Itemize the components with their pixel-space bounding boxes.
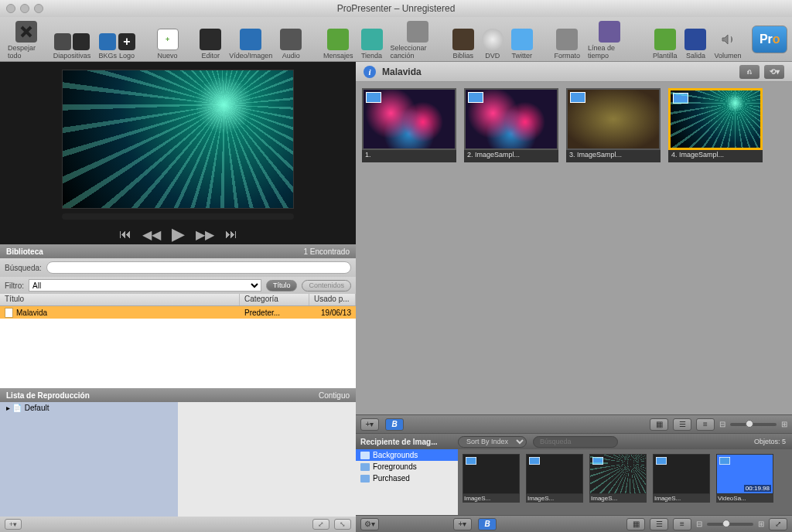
bin-list-view-button[interactable]: ☰	[650, 518, 668, 530]
document-title: Malavida	[382, 66, 422, 77]
filter-contents-button[interactable]: Contenidos	[302, 280, 351, 292]
film-icon	[240, 29, 261, 50]
slides-button[interactable]: Diapositivas	[50, 19, 94, 60]
folder-icon	[360, 475, 370, 483]
slide-thumbnail[interactable]: 2. ImageSampl...	[464, 88, 558, 162]
slide-thumbnail[interactable]: 4. ImageSampl...	[668, 88, 763, 162]
col-category[interactable]: Categoría	[240, 294, 309, 305]
media-badge-icon	[466, 457, 476, 465]
video-image-button[interactable]: Vídeo/Imagen	[226, 19, 275, 60]
library-row[interactable]: Malavida Predeter... 19/06/13	[0, 306, 356, 319]
bin-settings-button[interactable]: ⚙▾	[360, 518, 379, 530]
media-thumbnail[interactable]: ImageS...	[653, 454, 710, 510]
cross-icon	[452, 29, 474, 50]
grid-view-button[interactable]: ▦	[650, 418, 668, 431]
bin-zoom-slider[interactable]	[707, 523, 753, 526]
text-format-icon	[556, 29, 578, 50]
media-thumbnail[interactable]: ImageS...	[463, 454, 520, 510]
slide-thumbnail[interactable]: 3. ImageSampl...	[566, 88, 661, 162]
media-badge-icon	[570, 92, 585, 103]
media-bin-title: Recipiente de Imag...	[356, 438, 458, 446]
list-view-button[interactable]: ☰	[673, 418, 691, 431]
media-category[interactable]: Foregrounds	[356, 461, 458, 472]
pro-logo: Pro	[752, 26, 787, 53]
zoom-window-icon[interactable]	[34, 4, 43, 13]
store-button[interactable]: Tienda	[358, 19, 386, 60]
add-slide-button[interactable]: +▾	[360, 418, 379, 431]
zoom-slider[interactable]	[730, 423, 777, 426]
playlist-tree: ▸ 📄 Default	[0, 402, 178, 517]
library-filter-select[interactable]: All	[29, 279, 261, 292]
close-window-icon[interactable]	[6, 4, 15, 13]
rewind-icon[interactable]: ◀◀	[142, 227, 161, 242]
volume-button[interactable]: Volumen	[711, 19, 744, 60]
contiguous-toggle[interactable]: Contiguo	[319, 391, 350, 400]
bin-outline-view-button[interactable]: ≡	[673, 518, 691, 530]
preview-panel: ⏮ ◀◀ ▶ ▶▶ ⏭	[0, 62, 356, 244]
skip-start-icon[interactable]: ⏮	[119, 227, 131, 241]
window-title: ProPresenter – Unregistered	[0, 3, 792, 14]
sort-select[interactable]: Sort By Index	[458, 436, 527, 448]
media-category[interactable]: Purchased	[356, 472, 458, 484]
slide-thumbnail[interactable]: 1.	[362, 88, 456, 162]
dvd-button[interactable]: DVD	[479, 19, 507, 60]
play-icon[interactable]: ▶	[172, 224, 185, 244]
window-titlebar: ProPresenter – Unregistered	[0, 0, 792, 17]
col-used[interactable]: Usado p...	[309, 294, 356, 305]
media-search-input[interactable]	[533, 436, 618, 448]
document-plus-icon: +	[157, 29, 179, 50]
monitor-icon	[54, 33, 71, 50]
new-button[interactable]: + Nuevo	[154, 19, 182, 60]
bin-grid-view-button[interactable]: ▦	[626, 518, 645, 530]
expand-right-button[interactable]: ⤡	[334, 519, 351, 530]
forward-icon[interactable]: ▶▶	[196, 227, 214, 242]
skip-end-icon[interactable]: ⏭	[225, 227, 237, 241]
info-icon[interactable]: i	[364, 66, 376, 78]
twitter-button[interactable]: Twitter	[508, 19, 536, 60]
library-header: Biblioteca 1 Encontrado	[0, 244, 356, 258]
bin-collapse-button[interactable]: ⤢	[769, 518, 787, 530]
media-badge-icon	[468, 92, 483, 103]
add-playlist-button[interactable]: +▾	[5, 519, 22, 530]
media-badge-icon	[529, 457, 540, 465]
col-title[interactable]: Título	[0, 294, 240, 305]
filter-title-button[interactable]: Título	[266, 280, 298, 292]
bin-add-button[interactable]: +▾	[453, 518, 472, 530]
media-thumbnail[interactable]: ImageS...	[589, 454, 647, 510]
bkgs-button[interactable]: BKGs	[98, 19, 117, 60]
logo-button[interactable]: + Logo	[118, 19, 135, 60]
media-thumbnail[interactable]: ImageS...	[526, 454, 583, 510]
minimize-window-icon[interactable]	[20, 4, 29, 13]
library-search-input[interactable]	[46, 261, 351, 274]
template-button[interactable]: Plantilla	[650, 19, 681, 60]
bkgs-logo-group: BKGs + Logo	[95, 19, 138, 60]
expand-left-button[interactable]: ⤢	[312, 519, 329, 530]
outline-view-button[interactable]: ≡	[696, 418, 715, 431]
loop-button[interactable]: ⟲▾	[764, 65, 784, 79]
folder-icon	[360, 452, 370, 459]
bin-background-button[interactable]: B	[478, 518, 497, 530]
document-icon	[5, 308, 13, 318]
playlist-footer: +▾ ⤢ ⤡	[0, 517, 356, 532]
media-category[interactable]: Backgrounds	[356, 449, 458, 461]
arrangement-button[interactable]: ⎌	[739, 65, 760, 79]
filter-label: Filtro:	[5, 281, 24, 290]
select-song-button[interactable]: Seleccionar canción	[387, 19, 448, 60]
messages-button[interactable]: Mensajes	[320, 19, 357, 60]
editor-button[interactable]: Editor	[196, 19, 224, 60]
twitter-icon	[511, 29, 533, 50]
monitor-dark-icon	[73, 33, 90, 50]
format-button[interactable]: Formato	[551, 19, 583, 60]
folder-icon	[360, 463, 370, 471]
output-button[interactable]: Salida	[681, 19, 709, 60]
preview-image	[62, 70, 294, 209]
bibles-button[interactable]: Biblias	[449, 19, 477, 60]
playback-scrubber[interactable]	[62, 213, 294, 220]
playlist-item[interactable]: ▸ 📄 Default	[0, 402, 178, 414]
background-toggle-button[interactable]: B	[385, 418, 404, 431]
media-thumbnail[interactable]: 00:19.98VideoSa...	[716, 454, 773, 510]
audio-button[interactable]: Audio	[277, 19, 305, 60]
timeline-button[interactable]: Línea de tiempo	[585, 19, 634, 60]
media-badge-icon	[673, 93, 688, 104]
clear-all-button[interactable]: Despejar todo	[5, 19, 49, 60]
